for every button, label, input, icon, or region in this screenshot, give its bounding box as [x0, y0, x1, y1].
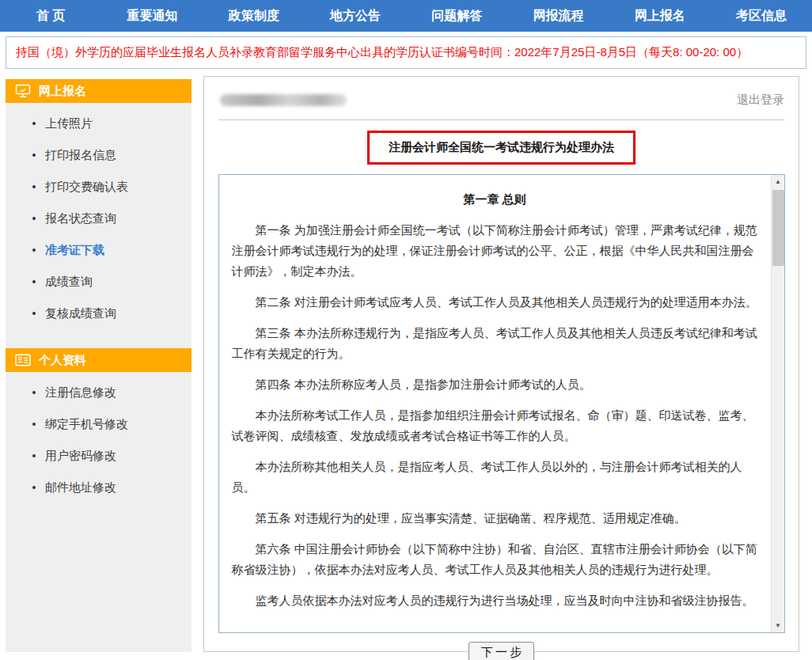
chapter-1-heading: 第一章 总则 — [232, 189, 758, 210]
sidebar-section-title: 网上报名 — [39, 84, 86, 99]
nav-item-policies[interactable]: 政策制度 — [203, 0, 305, 32]
sidebar-item-label: 上传照片 — [45, 116, 93, 131]
next-step-button[interactable]: 下一步 — [469, 642, 534, 660]
notice-bar: 持国（境）外学历的应届毕业生报名人员补录教育部留学服务中心出具的学历认证书编号时… — [6, 36, 806, 69]
logout-link[interactable]: 退出登录 — [737, 93, 784, 108]
nav-item-exam-area-info[interactable]: 考区信息 — [711, 0, 812, 32]
scroll-up-arrow-icon[interactable]: ▲ — [772, 175, 785, 188]
bullet-dot-icon — [32, 280, 36, 283]
scrollbar-thumb[interactable] — [772, 190, 784, 266]
sidebar-section-title: 个人资料 — [39, 353, 86, 368]
sidebar-item-label: 复核成绩查询 — [45, 306, 116, 321]
sidebar-item-admission-ticket-download[interactable]: 准考证下载 — [6, 234, 192, 266]
sidebar-item-label: 打印交费确认表 — [45, 180, 128, 195]
sidebar-item-modify-registration-info[interactable]: 注册信息修改 — [6, 377, 192, 408]
document-title: 注册会计师全国统一考试违规行为处理办法 — [367, 131, 636, 165]
sidebar-item-label: 准考证下载 — [45, 243, 104, 258]
user-header-row: 退出登录 — [204, 89, 799, 110]
header-divider — [218, 119, 784, 120]
sidebar-list-personal-info: 注册信息修改 绑定手机号修改 用户密码修改 邮件地址修改 — [6, 372, 192, 510]
doc-paragraph: 本办法所称其他相关人员，是指应考人员、考试工作人员以外的，与注册会计师考试相关的… — [232, 457, 758, 498]
sidebar-item-print-payment-confirmation[interactable]: 打印交费确认表 — [6, 171, 192, 203]
sidebar-item-label: 打印报名信息 — [45, 148, 116, 163]
bullet-dot-icon — [32, 185, 36, 188]
sidebar-item-label: 注册信息修改 — [45, 385, 116, 400]
doc-paragraph: 第二条 对注册会计师考试应考人员、考试工作人员及其他相关人员违规行为的处理适用本… — [232, 292, 758, 313]
doc-paragraph: 第五条 对违规行为的处理，应当事实清楚、证据确凿、程序规范、适用规定准确。 — [232, 508, 758, 529]
sidebar-item-label: 用户密码修改 — [45, 449, 116, 464]
bullet-dot-icon — [32, 486, 36, 489]
username-redacted — [220, 94, 347, 106]
bullet-dot-icon — [32, 217, 36, 220]
scroll-down-arrow-icon[interactable]: ▼ — [772, 619, 785, 632]
sidebar-item-score-review-query[interactable]: 复核成绩查询 — [6, 298, 192, 329]
bullet-dot-icon — [32, 122, 36, 125]
sidebar-item-score-query[interactable]: 成绩查询 — [6, 266, 192, 298]
nav-item-important-notices[interactable]: 重要通知 — [101, 0, 203, 32]
sidebar: 网上报名 上传照片 打印报名信息 打印交费确认表 报名状态查询 准考证下载 — [6, 79, 192, 652]
main-panel: 退出登录 注册会计师全国统一考试违规行为处理办法 第一章 总则 第一条 为加强注… — [203, 76, 799, 652]
sidebar-section-personal-info: 个人资料 — [6, 348, 192, 372]
doc-paragraph: 第一条 为加强注册会计师全国统一考试（以下简称注册会计师考试）管理，严肃考试纪律… — [232, 220, 758, 282]
nav-item-faq[interactable]: 问题解答 — [406, 0, 507, 32]
doc-paragraph: 第四条 本办法所称应考人员，是指参加注册会计师考试的人员。 — [232, 374, 758, 395]
bullet-dot-icon — [32, 391, 36, 394]
nav-item-home[interactable]: 首 页 — [0, 0, 101, 32]
doc-paragraph: 监考人员依据本办法对应考人员的违规行为进行当场处理，应当及时向中注协和省级注协报… — [232, 590, 758, 611]
sidebar-item-print-registration-info[interactable]: 打印报名信息 — [6, 139, 192, 171]
sidebar-item-modify-bound-phone[interactable]: 绑定手机号修改 — [6, 408, 192, 440]
regulations-scroll-box[interactable]: 第一章 总则 第一条 为加强注册会计师全国统一考试（以下简称注册会计师考试）管理… — [218, 174, 785, 633]
bullet-dot-icon — [32, 454, 36, 457]
sidebar-item-registration-status-query[interactable]: 报名状态查询 — [6, 203, 192, 234]
sidebar-item-upload-photo[interactable]: 上传照片 — [6, 108, 192, 139]
scrollbar[interactable]: ▲ ▼ — [771, 175, 784, 632]
sidebar-section-online-registration: 网上报名 — [6, 79, 192, 103]
doc-paragraph: 本办法所称考试工作人员，是指参加组织注册会计师考试报名、命（审）题、印送试卷、监… — [232, 405, 758, 446]
nav-item-registration-process[interactable]: 网报流程 — [507, 0, 609, 32]
sidebar-item-label: 邮件地址修改 — [45, 480, 116, 495]
monitor-icon — [15, 84, 31, 98]
nav-item-local-announcements[interactable]: 地方公告 — [305, 0, 406, 32]
nav-item-online-registration[interactable]: 网上报名 — [609, 0, 711, 32]
sidebar-item-label: 报名状态查询 — [45, 211, 116, 226]
sidebar-item-label: 绑定手机号修改 — [45, 417, 128, 432]
regulations-text: 第一章 总则 第一条 为加强注册会计师全国统一考试（以下简称注册会计师考试）管理… — [219, 175, 771, 632]
bullet-dot-icon — [32, 312, 36, 315]
sidebar-item-modify-email[interactable]: 邮件地址修改 — [6, 472, 192, 503]
notice-text: 持国（境）外学历的应届毕业生报名人员补录教育部留学服务中心出具的学历认证书编号时… — [16, 45, 748, 60]
doc-paragraph: 第六条 中国注册会计师协会（以下简称中注协）和省、自治区、直辖市注册会计师协会（… — [232, 539, 758, 580]
bullet-dot-icon — [32, 154, 36, 157]
bullet-dot-icon — [32, 248, 36, 252]
bullet-dot-icon — [32, 423, 36, 426]
top-navigation: 首 页 重要通知 政策制度 地方公告 问题解答 网报流程 网上报名 考区信息 — [0, 0, 812, 32]
sidebar-item-modify-password[interactable]: 用户密码修改 — [6, 440, 192, 472]
id-card-icon — [15, 354, 31, 366]
sidebar-list-online-registration: 上传照片 打印报名信息 打印交费确认表 报名状态查询 准考证下载 成绩查询 — [6, 103, 192, 336]
doc-paragraph: 第三条 本办法所称违规行为，是指应考人员、考试工作人员及其他相关人员违反考试纪律… — [232, 323, 758, 364]
sidebar-item-label: 成绩查询 — [45, 275, 93, 290]
